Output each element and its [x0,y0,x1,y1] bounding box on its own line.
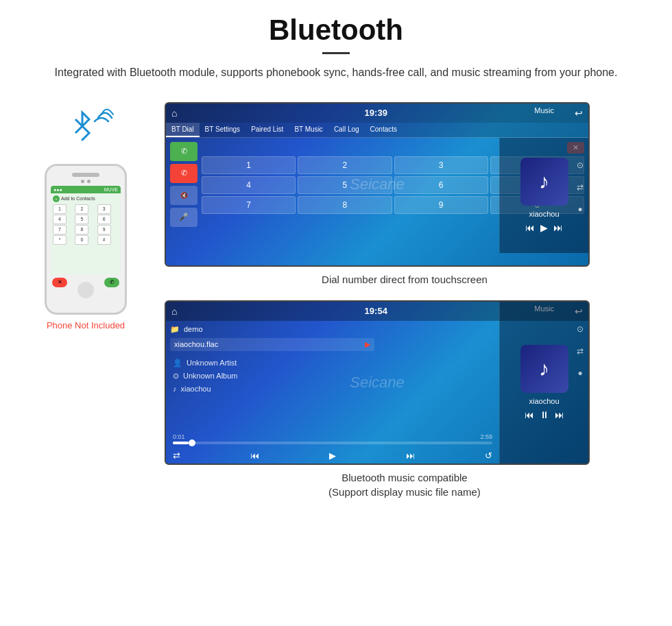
main-content-row: ●●●MUVE + Add to Contacts 123 456 [27,102,645,513]
caption-1: Dial number direct from touchscreen [165,272,645,287]
num-7[interactable]: 7 [202,196,296,214]
side-icons-1: ⊙ ⇄ ● [573,158,587,216]
file-arrow: ▶ [365,340,370,349]
music-cover-1: ♪ [520,158,568,206]
settings-icon-2[interactable]: ⊙ [573,322,587,336]
screenshot-block-1: ⌂ 19:39 ↩ Music BT Dial BT Settings Pair… [165,102,645,287]
screenshots-section: ⌂ 19:39 ↩ Music BT Dial BT Settings Pair… [165,102,645,513]
tab-call-log[interactable]: Call Log [328,123,365,137]
screenshot-2: ⌂ 19:54 ↩ Music 📁 demo [165,300,590,465]
shuffle-icon[interactable]: ⇄ [573,180,587,194]
phone-speaker [72,173,99,177]
next-btn-2[interactable]: ⏭ [555,409,564,420]
album-icon: ⊙ [173,372,179,381]
num-2[interactable]: 2 [298,156,392,174]
svg-line-1 [75,126,82,133]
eq-icon-2[interactable]: ● [573,366,587,380]
settings-icon[interactable]: ⊙ [573,158,587,172]
repeat-ctrl[interactable]: ↺ [485,450,492,461]
playback-controls-1: ⏮ ▶ ⏭ [525,222,563,233]
prev-btn[interactable]: ⏮ [525,222,535,233]
progress-dot [189,440,195,446]
mic-btn[interactable]: 🎤 [170,208,197,227]
music-body: 📁 demo xiaochou.flac ▶ [166,321,588,462]
album-row: ⊙ Unknown Album [173,372,372,381]
tab-bt-settings[interactable]: BT Settings [200,123,246,137]
play-ctrl[interactable]: ▶ [329,450,336,461]
file-item[interactable]: xiaochou.flac ▶ [170,338,374,351]
music-name-1: xiaochou [529,210,559,218]
tab-bt-music[interactable]: BT Music [289,123,328,137]
album-name: Unknown Album [183,372,238,380]
progress-bar[interactable] [173,442,492,444]
caption-2-line1: Bluetooth music compatible [341,472,467,483]
end-call-btn[interactable]: ✆ [170,164,197,183]
eq-icon[interactable]: ● [573,202,587,216]
progress-fill [173,442,189,444]
music-note-icon-2: ♪ [539,357,549,381]
music-note-icon: ♪ [539,170,549,193]
bottom-controls: ⇄ ⏮ ▶ ⏭ ↺ [173,450,492,461]
mute-btn[interactable]: 🔇 [170,186,197,205]
folder-name: demo [184,325,203,333]
num-4[interactable]: 4 [202,176,296,194]
prev-btn-2[interactable]: ⏮ [525,409,534,420]
track-name: xiaochou [181,385,211,393]
num-9[interactable]: 9 [394,196,488,214]
artist-name: Unknown Artist [187,359,237,367]
time-start: 0:01 [173,433,185,440]
num-3[interactable]: 3 [394,156,488,174]
num-6[interactable]: 6 [394,176,488,194]
next-ctrl[interactable]: ⏭ [406,450,415,461]
bluetooth-signal-icon [45,102,127,143]
file-panel: 📁 demo xiaochou.flac ▶ [166,321,379,462]
cs-tabs-1: BT Dial BT Settings Paired List BT Music… [166,123,588,138]
prev-ctrl[interactable]: ⏮ [250,450,259,461]
shuffle-icon-2[interactable]: ⇄ [573,344,587,358]
phone-mockup: ●●●MUVE + Add to Contacts 123 456 [45,164,127,315]
car-screen-1: ⌂ 19:39 ↩ Music BT Dial BT Settings Pair… [166,104,588,265]
pause-btn[interactable]: ⏸ [540,409,549,420]
file-name: xiaochou.flac [174,340,218,348]
play-btn-1[interactable]: ▶ [540,222,548,233]
cs-topbar-1: ⌂ 19:39 ↩ Music [166,104,588,123]
time-end: 2:59 [480,433,492,440]
shuffle-ctrl[interactable]: ⇄ [173,450,180,461]
cs-time-1: 19:39 [365,108,387,118]
tab-paired-list[interactable]: Paired List [245,123,289,137]
cs-time-2: 19:54 [365,306,387,316]
home-icon-2: ⌂ [171,306,177,317]
subtitle: Integrated with Bluetooth module, suppor… [27,64,645,82]
track-info-panel: 👤 Unknown Artist ⊙ Unknown Album ♪ [170,353,374,402]
car-screen-2: ⌂ 19:54 ↩ Music 📁 demo [166,302,588,464]
caption-2: Bluetooth music compatible (Support disp… [165,470,645,499]
music-icon: ♪ [173,385,177,393]
caption-2-line2: (Support display music file name) [328,486,481,498]
artist-row: 👤 Unknown Artist [173,359,372,368]
page-title: Bluetooth [27,14,645,47]
tab-bt-dial[interactable]: BT Dial [166,123,200,137]
phone-screen: ●●●MUVE + Add to Contacts 123 456 [51,186,121,275]
next-btn[interactable]: ⏭ [553,222,563,233]
num-1[interactable]: 1 [202,156,296,174]
tab-contacts[interactable]: Contacts [365,123,403,137]
screenshot-1: ⌂ 19:39 ↩ Music BT Dial BT Settings Pair… [165,102,590,267]
call-btn[interactable]: ✆ [170,142,197,161]
track-row: ♪ xiaochou [173,385,372,393]
title-section: Bluetooth Integrated with Bluetooth modu… [27,14,645,82]
phone-bottom-buttons: ✕ ✆ [47,275,125,301]
phone-section: ●●●MUVE + Add to Contacts 123 456 [27,102,144,330]
phone-not-included-label: Phone Not Included [47,320,125,330]
time-labels: 0:01 2:59 [173,433,492,440]
back-icon: ↩ [575,108,583,119]
num-5[interactable]: 5 [298,176,392,194]
side-icons-2: ⊙ ⇄ ● [573,322,587,380]
person-icon: 👤 [173,359,182,368]
folder-row: 📁 demo [170,325,374,334]
folder-icon: 📁 [170,325,180,334]
num-8[interactable]: 8 [298,196,392,214]
music-cover-2: ♪ [520,345,568,393]
music-name-2: xiaochou [529,397,559,405]
music-label-1: Music [534,106,554,115]
home-icon: ⌂ [171,108,177,119]
